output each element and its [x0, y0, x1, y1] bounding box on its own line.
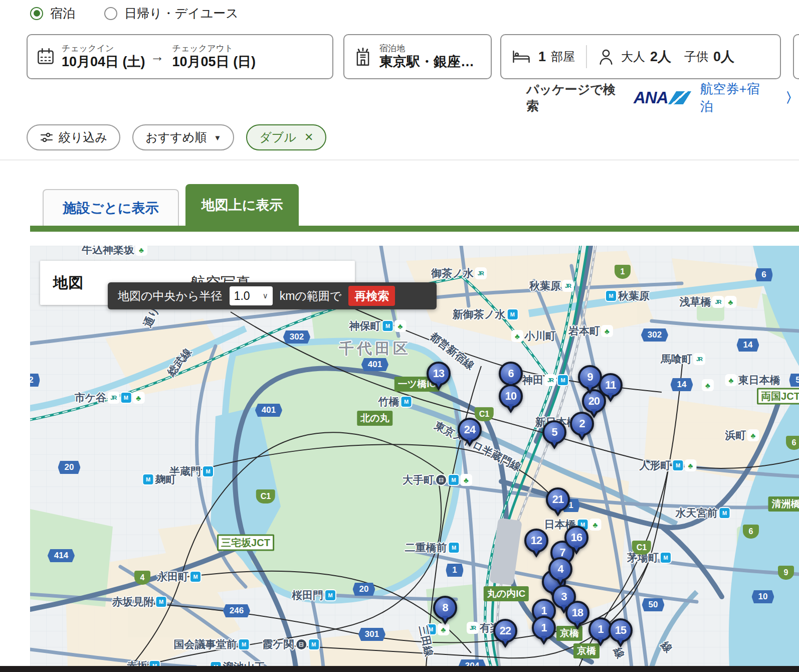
map-place-label: 馬喰町JR: [661, 352, 705, 366]
tab-list-view[interactable]: 施設ごとに表示: [43, 189, 179, 226]
map-pin-21[interactable]: 21: [546, 487, 570, 512]
metro-icon: M: [190, 572, 201, 582]
radius-select[interactable]: 1.0 ∨: [230, 286, 273, 305]
map-pin-22[interactable]: 22: [493, 619, 517, 643]
adult-count: 2人: [650, 48, 671, 66]
caret-down-icon: ∨: [263, 291, 268, 300]
map-place-label: 神保町M♣: [349, 319, 406, 333]
jr-icon: JR: [563, 281, 573, 291]
map-place-label: 大手町⊟M♣: [403, 473, 472, 487]
metro-icon: M: [121, 393, 131, 403]
tab-map-view[interactable]: 地図上に表示: [185, 184, 299, 226]
map-place-label: 茅場町M: [627, 551, 671, 565]
metro-icon: M: [143, 474, 153, 484]
map-pin-4[interactable]: 4: [548, 557, 572, 581]
radio-dayuse[interactable]: 日帰り・デイユース: [104, 5, 239, 22]
chevron-right-icon: 〉: [785, 89, 799, 107]
map-road-tag: 丸の内IC: [484, 586, 529, 601]
ana-package-link[interactable]: ANA: [634, 88, 687, 107]
route-shield: 301: [358, 627, 385, 641]
map-place-label: 線: [611, 645, 628, 661]
sort-dropdown[interactable]: おすすめ順 ▼: [132, 124, 234, 150]
room-count: 1: [538, 49, 546, 65]
child-count: 0人: [713, 48, 734, 66]
bed-icon: [511, 49, 531, 65]
refine-label: 絞り込み: [59, 129, 107, 145]
radio-selected-icon: [30, 7, 43, 20]
route-shield: 9: [778, 566, 794, 580]
map-place-label: 浜町♣: [725, 428, 759, 442]
destination-field[interactable]: 宿泊地 東京駅・銀座…: [343, 34, 492, 79]
route-shield: 10: [752, 590, 774, 604]
map-pin-9[interactable]: 9: [578, 365, 602, 389]
metro-icon: M: [402, 397, 412, 407]
radio-stay[interactable]: 宿泊: [30, 5, 75, 22]
map-pin-10[interactable]: 10: [499, 384, 523, 408]
jr-icon: JR: [694, 354, 704, 364]
map-pin-2[interactable]: 2: [570, 412, 594, 436]
tree-icon: ♣: [726, 375, 736, 385]
map-place-label: ♣小川町: [512, 329, 556, 343]
map-canvas[interactable]: 牛込神楽坂♣御茶ノ水JR新御茶ノ水M神保町M♣都営新宿線♣小川町岩本町♣秋葉原J…: [30, 246, 799, 667]
divider: [586, 45, 587, 68]
re-search-button[interactable]: 再検索: [348, 286, 395, 306]
map-place-label: 秋葉原JR: [529, 279, 573, 293]
checkin-label: チェックイン: [62, 44, 145, 54]
tree-icon: ♣: [136, 246, 146, 255]
map-place-label: M麹町: [143, 472, 176, 486]
child-label: 子供: [684, 49, 708, 65]
metro-icon: M: [449, 475, 459, 485]
map-place-label: 人形町M♣: [640, 458, 696, 472]
map-pin-11[interactable]: 11: [598, 373, 623, 397]
map-pin-6[interactable]: 6: [499, 362, 523, 386]
radius-prefix: 地図の中央から半径: [118, 288, 223, 304]
section-divider: [0, 159, 799, 160]
active-tab-bar: [30, 226, 799, 232]
map-pin-12[interactable]: 12: [524, 529, 548, 553]
flight-hotel-link[interactable]: 航空券+宿泊: [700, 80, 768, 115]
metro-icon: M: [203, 466, 213, 476]
map-road-tag: 三宅坂JCT: [217, 535, 274, 551]
ana-logo: ANA: [634, 88, 668, 107]
map-pin-1[interactable]: 1: [532, 616, 556, 640]
jr-icon: JR: [468, 623, 478, 633]
rooms-guests-field[interactable]: 1 部屋 大人 2人 子供 0人: [500, 34, 781, 79]
map-pin-16[interactable]: 16: [564, 526, 588, 550]
ana-slash-icon: [668, 91, 691, 104]
map-place-label: 総武線: [164, 346, 195, 379]
map-pin-24[interactable]: 24: [458, 418, 482, 442]
metro-icon: M: [507, 309, 517, 319]
metro-icon: M: [720, 508, 730, 518]
train-icon: ⊟: [296, 639, 306, 649]
radio-stay-label: 宿泊: [50, 5, 75, 22]
map-road-tag: 両国JCT: [757, 388, 799, 405]
destination-label: 宿泊地: [379, 44, 474, 54]
map-place-label: 神田JRM: [522, 373, 568, 387]
map-pin-18[interactable]: 18: [565, 601, 589, 625]
tree-icon: ♣: [395, 321, 406, 331]
chip-label: ダブル: [259, 129, 296, 145]
route-shield: 5: [789, 373, 799, 387]
route-shield: 246: [223, 604, 250, 618]
tree-icon: ♣: [590, 520, 601, 530]
metro-icon: M: [673, 460, 683, 470]
date-range-field[interactable]: チェックイン 10月04日 (土) → チェックアウト 10月05日 (日): [27, 34, 333, 79]
route-shield: 401: [361, 358, 388, 372]
map-pin-5[interactable]: 5: [542, 420, 566, 444]
map-pin-8[interactable]: 8: [433, 596, 457, 620]
jr-icon: JR: [476, 268, 486, 278]
refine-button[interactable]: 絞り込み: [27, 124, 120, 150]
route-shield: 6: [786, 436, 799, 450]
map-pin-15[interactable]: 15: [609, 618, 633, 642]
route-shield: 1: [615, 265, 631, 279]
filter-chip-double[interactable]: ダブル ✕: [246, 124, 326, 150]
map-place-label: 線: [658, 638, 676, 655]
adult-label: 大人: [621, 49, 645, 65]
filter-row: 絞り込み おすすめ順 ▼ ダブル ✕: [27, 124, 326, 150]
map-place-label: 浅草橋JR♣: [680, 295, 736, 309]
tree-icon: ♣: [703, 380, 713, 390]
metro-icon: M: [449, 543, 459, 553]
map-pin-13[interactable]: 13: [427, 362, 451, 386]
map-place-label: 国会議事堂前M: [174, 637, 250, 651]
map-type-map-button[interactable]: 地図: [53, 261, 83, 305]
